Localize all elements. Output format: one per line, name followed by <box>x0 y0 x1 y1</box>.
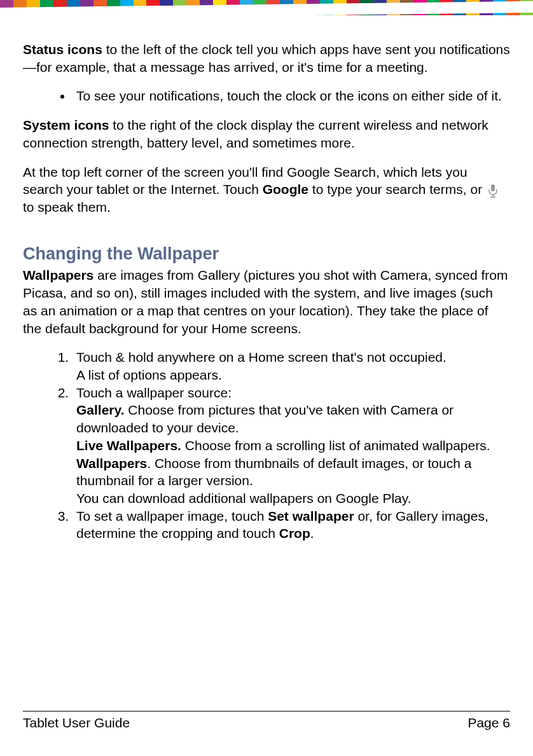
status-icons-paragraph: Status icons to the left of the clock te… <box>23 41 510 76</box>
body-text: To set a wallpaper image, touch <box>76 509 268 523</box>
wallpaper-steps-list: Touch & hold anywhere on a Home screen t… <box>23 348 510 542</box>
list-item: To see your notifications, touch the clo… <box>73 87 510 105</box>
footer-page-number: Page 6 <box>467 715 510 731</box>
body-text: to speak them. <box>23 200 111 214</box>
body-text: Touch a wallpaper source: <box>76 385 232 400</box>
page-footer: Tablet User Guide Page 6 <box>23 711 510 731</box>
body-text: A list of options appears. <box>76 368 222 382</box>
bold-text: Set wallpaper <box>268 509 354 523</box>
footer-divider <box>23 711 510 711</box>
list-item: Touch a wallpaper source: Gallery. Choos… <box>73 384 510 507</box>
body-text: You can download additional wallpapers o… <box>76 491 412 505</box>
google-search-paragraph: At the top left corner of the screen you… <box>23 163 510 216</box>
body-text: Choose from a scrolling list of animated… <box>181 438 490 453</box>
list-item: Touch & hold anywhere on a Home screen t… <box>73 348 510 383</box>
bold-text: Status icons <box>23 42 102 57</box>
bold-text: Wallpapers <box>23 268 93 282</box>
section-heading: Changing the Wallpaper <box>23 243 510 266</box>
page-content: Status icons to the left of the clock te… <box>0 15 533 542</box>
bold-text: Wallpapers <box>76 456 147 471</box>
bold-text: Live Wallpapers. <box>76 438 181 453</box>
body-text: Touch & hold anywhere on a Home screen t… <box>76 350 446 364</box>
body-text: are images from Gallery (pictures you sh… <box>23 268 508 335</box>
bold-text: System icons <box>23 118 109 132</box>
notification-bullet-list: To see your notifications, touch the clo… <box>23 87 510 105</box>
body-text: . <box>310 526 314 540</box>
body-text: Choose from pictures that you've taken w… <box>76 402 453 435</box>
svg-rect-0 <box>491 184 495 191</box>
decorative-top-border <box>0 0 533 15</box>
system-icons-paragraph: System icons to the right of the clock d… <box>23 116 510 151</box>
microphone-icon <box>487 184 499 198</box>
wallpapers-intro-paragraph: Wallpapers are images from Gallery (pict… <box>23 266 510 337</box>
footer-title: Tablet User Guide <box>23 715 130 731</box>
bold-text: Google <box>263 182 308 196</box>
body-text: to type your search terms, or <box>308 182 486 196</box>
list-item: To set a wallpaper image, touch Set wall… <box>73 507 510 542</box>
bold-text: Gallery. <box>76 402 125 417</box>
bold-text: Crop <box>279 526 310 540</box>
